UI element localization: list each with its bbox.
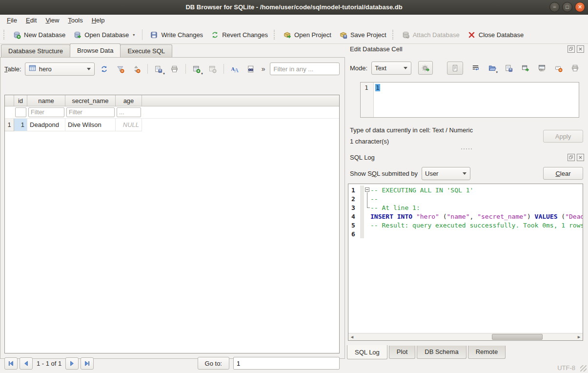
open-project-button[interactable]: Open Project <box>279 28 335 41</box>
toolbar-separator <box>147 64 148 74</box>
scroll-right-arrow[interactable]: ▶ <box>575 333 583 340</box>
refresh-button[interactable] <box>98 62 111 75</box>
auto-apply-button[interactable] <box>418 61 433 75</box>
insert-record-button[interactable]: ▾ <box>190 62 203 75</box>
refresh-icon <box>100 65 108 73</box>
dock-splitter-handle[interactable] <box>345 147 588 150</box>
column-filter-input[interactable] <box>15 107 26 117</box>
cell-secret-name[interactable]: Dive Wilson <box>65 119 116 131</box>
dropdown-caret-icon[interactable]: ▾ <box>133 33 135 37</box>
column-filter-input[interactable] <box>28 107 64 117</box>
import-file-button[interactable]: ▾ <box>488 64 496 72</box>
menu-file[interactable]: File <box>2 15 21 25</box>
scrollbar-track[interactable] <box>356 333 575 340</box>
clear-sorting-button[interactable] <box>130 62 143 75</box>
bottom-tab-remote[interactable]: Remote <box>468 346 506 359</box>
scrollbar-thumb[interactable] <box>492 334 543 340</box>
dropdown-caret-icon[interactable]: ▾ <box>496 70 498 74</box>
goto-group: Go to: <box>198 357 340 370</box>
table-label: Table: <box>4 65 21 73</box>
cell-name[interactable]: Deadpond <box>27 119 65 131</box>
toolbar-button-label: Revert Changes <box>222 31 268 39</box>
editor-content: 1 <box>374 83 579 117</box>
resize-grip[interactable] <box>580 365 587 372</box>
sql-token: "secret_name" <box>477 213 527 220</box>
word-wrap-button[interactable] <box>471 64 480 72</box>
log-line-number: 3 <box>348 204 360 211</box>
filter-any-input[interactable] <box>270 62 340 75</box>
previous-record-button[interactable] <box>20 357 33 370</box>
maximize-button[interactable]: □ <box>562 2 572 12</box>
save-as-button[interactable] <box>505 64 513 72</box>
nav-last-icon <box>83 360 91 367</box>
horizontal-scrollbar[interactable]: ◀ ▶ <box>348 333 583 340</box>
next-record-button[interactable] <box>65 357 79 370</box>
toolbar-overflow-chevron[interactable]: » <box>261 65 266 73</box>
menu-help[interactable]: Help <box>87 15 109 25</box>
cell-age[interactable]: NULL <box>116 119 142 131</box>
cell-editor[interactable]: 1 1 <box>360 82 579 118</box>
column-header-secret-name[interactable]: secret_name <box>65 95 116 106</box>
bottom-tab-sql-log[interactable]: SQL Log <box>347 345 387 359</box>
menu-view[interactable]: View <box>41 15 63 25</box>
mode-select[interactable]: Text <box>371 62 411 75</box>
goto-button[interactable]: Go to: <box>198 357 229 370</box>
print-button[interactable] <box>571 64 579 72</box>
column-filter-input[interactable] <box>66 107 115 117</box>
fold-marker <box>364 221 370 229</box>
row-number[interactable]: 1 <box>5 119 14 131</box>
close-database-button[interactable]: Close Database <box>464 28 528 41</box>
sql-log-view: 1-- EXECUTING ALL IN 'SQL 1'2--3-- At li… <box>348 184 583 341</box>
dropdown-caret-icon[interactable]: ▾ <box>163 72 165 76</box>
float-dock-button[interactable] <box>568 45 575 53</box>
grid-filter-row <box>5 106 339 119</box>
sql-log-line: 1-- EXECUTING ALL IN 'SQL 1' <box>348 186 583 194</box>
close-dock-button[interactable] <box>577 154 584 161</box>
column-header-id[interactable]: id <box>14 95 27 106</box>
find-in-table-button[interactable] <box>244 62 257 75</box>
grid-body: 11DeadpondDive WilsonNULL <box>5 119 339 131</box>
float-dock-button[interactable] <box>568 154 575 161</box>
mode-select-value: Text <box>375 64 400 72</box>
fold-marker[interactable] <box>364 186 370 194</box>
cell-char-count: 1 character(s) <box>350 138 389 145</box>
column-filter-input[interactable] <box>117 107 141 117</box>
goto-input[interactable] <box>233 357 340 370</box>
menu-tools[interactable]: Tools <box>63 15 87 25</box>
window-controls: −□✕ <box>549 2 585 12</box>
column-header-age[interactable]: age <box>116 95 142 106</box>
tab-database-structure[interactable]: Database Structure <box>1 44 70 57</box>
open-database-button[interactable]: Open Database▾ <box>69 28 139 41</box>
clear-log-button[interactable]: Clear <box>543 167 583 180</box>
close-dock-button[interactable] <box>577 45 584 53</box>
grid-corner-header[interactable] <box>5 95 14 106</box>
close-button[interactable]: ✕ <box>575 2 585 12</box>
first-record-button[interactable] <box>4 357 18 370</box>
menu-edit[interactable]: Edit <box>21 15 41 25</box>
tab-browse-data[interactable]: Browse Data <box>70 43 121 57</box>
revert-changes-button[interactable]: Revert Changes <box>207 28 272 41</box>
export-window-button[interactable] <box>521 64 529 72</box>
column-header-name[interactable]: name <box>27 95 65 106</box>
bottom-tab-plot[interactable]: Plot <box>389 346 415 359</box>
cell-id[interactable]: 1 <box>14 119 27 131</box>
sql-token: INSERT INTO <box>370 213 412 220</box>
set-null-button[interactable] <box>554 64 563 72</box>
sql-submitter-select[interactable]: User <box>422 167 470 180</box>
new-database-button[interactable]: New Database <box>9 28 69 41</box>
save-project-button[interactable]: Save Project <box>335 28 390 41</box>
link-window-button[interactable] <box>538 64 546 72</box>
text-view-button[interactable] <box>447 62 463 75</box>
tab-execute-sql[interactable]: Execute SQL <box>120 44 172 57</box>
save-results-button[interactable]: ▾ <box>152 62 165 75</box>
table-select[interactable]: hero <box>25 62 95 76</box>
minimize-button[interactable]: − <box>549 2 560 12</box>
font-settings-button[interactable]: AA <box>228 62 241 75</box>
last-record-button[interactable] <box>81 357 94 370</box>
dropdown-caret-icon[interactable]: ▾ <box>201 72 203 76</box>
write-changes-button[interactable]: Write Changes <box>146 28 207 41</box>
print-button[interactable] <box>168 62 181 75</box>
clear-filters-button[interactable] <box>114 62 127 75</box>
scroll-left-arrow[interactable]: ◀ <box>348 333 356 340</box>
bottom-tab-db-schema[interactable]: DB Schema <box>417 346 466 359</box>
